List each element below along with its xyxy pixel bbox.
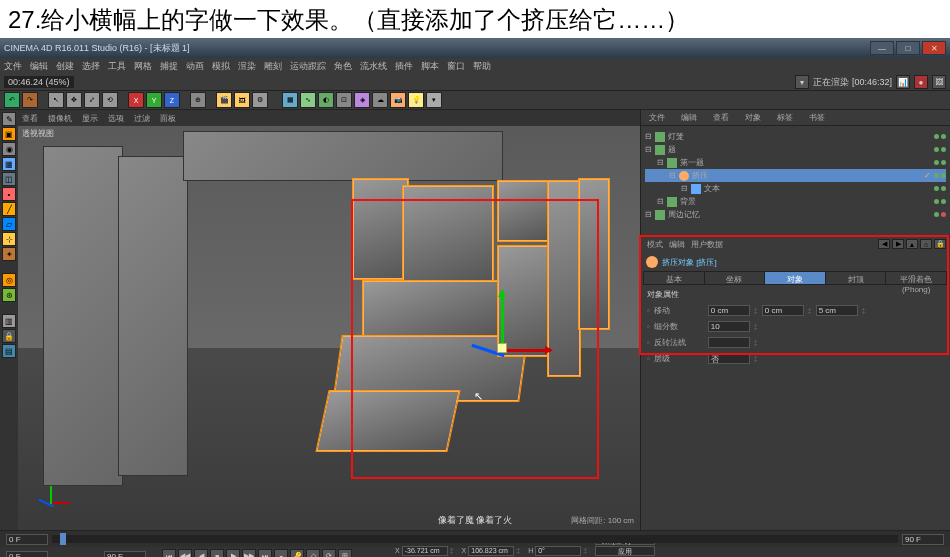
subtab-object[interactable]: 对象 (765, 272, 826, 284)
op-tab-bookmark[interactable]: 书签 (801, 110, 833, 125)
playback-button-4[interactable]: ▶ (226, 549, 240, 557)
axis-y-toggle[interactable]: Y (146, 92, 162, 108)
menu-sim[interactable]: 模拟 (212, 60, 230, 73)
render-pv-button[interactable]: 🖼 (234, 92, 250, 108)
undo-button[interactable]: ↶ (4, 92, 20, 108)
vp-display[interactable]: 显示 (82, 113, 98, 124)
environment-button[interactable]: ☁ (372, 92, 388, 108)
info-icon-1[interactable]: 📊 (896, 75, 910, 89)
tl-start[interactable]: 0 F (6, 534, 48, 545)
attr-up[interactable]: ▲ (906, 239, 918, 249)
menu-mesh[interactable]: 网格 (134, 60, 152, 73)
tl-cur[interactable]: 0 F (6, 551, 48, 558)
layout-dropdown[interactable]: ▾ (795, 75, 809, 89)
minimize-button[interactable]: — (870, 41, 894, 55)
playback-button-8[interactable]: 🔑 (290, 549, 304, 557)
timeline-playhead[interactable] (60, 533, 66, 545)
menu-render[interactable]: 渲染 (238, 60, 256, 73)
subtab-caps[interactable]: 封顶 (826, 272, 887, 284)
tree-row[interactable]: ⊟灯笼 (645, 130, 946, 143)
workplane-button[interactable]: ▥ (2, 314, 16, 328)
attr-field[interactable]: 10 (708, 321, 750, 332)
vp-view[interactable]: 查看 (22, 113, 38, 124)
coord-field[interactable]: -36.721 cm (402, 546, 448, 556)
tweak-mode[interactable]: ✦ (2, 247, 16, 261)
menu-help[interactable]: 帮助 (473, 60, 491, 73)
playback-button-2[interactable]: ◀ (194, 549, 208, 557)
playback-button-1[interactable]: ◀◀ (178, 549, 192, 557)
model-mode[interactable]: ▣ (2, 127, 16, 141)
attr-lock[interactable]: 🔒 (934, 239, 946, 249)
texture-mode[interactable]: ▦ (2, 157, 16, 171)
cube-primitive[interactable]: ▦ (282, 92, 298, 108)
generator-button[interactable]: ⊡ (336, 92, 352, 108)
playback-button-3[interactable]: ■ (210, 549, 224, 557)
tree-row[interactable]: ⊟文本 (645, 182, 946, 195)
edge-mode[interactable]: ╱ (2, 202, 16, 216)
vp-filter[interactable]: 过滤 (134, 113, 150, 124)
maximize-button[interactable]: □ (896, 41, 920, 55)
menu-script[interactable]: 脚本 (421, 60, 439, 73)
attr-field[interactable]: 5 cm (816, 305, 858, 316)
menu-select[interactable]: 选择 (82, 60, 100, 73)
vp-panel[interactable]: 面板 (160, 113, 176, 124)
axis-z-toggle[interactable]: Z (164, 92, 180, 108)
picture-viewer-icon[interactable]: 🖼 (932, 75, 946, 89)
select-tool[interactable]: ↖ (48, 92, 64, 108)
make-editable-button[interactable]: ✎ (2, 112, 16, 126)
subtab-basic[interactable]: 基本 (644, 272, 705, 284)
timeline-track[interactable] (52, 535, 898, 543)
op-tab-edit[interactable]: 编辑 (673, 110, 705, 125)
light-button[interactable]: 💡 (408, 92, 424, 108)
attr-back[interactable]: ◀ (878, 239, 890, 249)
menu-snap[interactable]: 捕捉 (160, 60, 178, 73)
render-settings-button[interactable]: ⚙ (252, 92, 268, 108)
planar-workplane[interactable]: ▤ (2, 344, 16, 358)
vp-camera[interactable]: 摄像机 (48, 113, 72, 124)
menu-sculpt[interactable]: 雕刻 (264, 60, 282, 73)
scale-tool[interactable]: ⤢ (84, 92, 100, 108)
subtab-coord[interactable]: 坐标 (705, 272, 766, 284)
attr-edit[interactable]: 编辑 (669, 239, 685, 253)
menu-tools[interactable]: 工具 (108, 60, 126, 73)
move-tool[interactable]: ✥ (66, 92, 82, 108)
object-manager[interactable]: ⊟灯笼⊟题⊟第一题⊟挤压✓⊟文本⊟背景⊟周边记忆 (641, 126, 950, 236)
viewport[interactable]: 透视视图 ↖ 网格间距: 100 cm (18, 126, 640, 530)
vp-options[interactable]: 选项 (108, 113, 124, 124)
menu-edit[interactable]: 编辑 (30, 60, 48, 73)
coord-field[interactable]: 0° (535, 546, 581, 556)
tree-row[interactable]: ⊟题 (645, 143, 946, 156)
menu-create[interactable]: 创建 (56, 60, 74, 73)
attr-fwd[interactable]: ▶ (892, 239, 904, 249)
snap-settings[interactable]: ⊛ (2, 288, 16, 302)
op-tab-file[interactable]: 文件 (641, 110, 673, 125)
tree-row[interactable]: ⊟挤压✓ (645, 169, 946, 182)
polygon-mode[interactable]: ▱ (2, 217, 16, 231)
spline-primitive[interactable]: ∿ (300, 92, 316, 108)
playback-button-9[interactable]: ◇ (306, 549, 320, 557)
deformer-button[interactable]: ◈ (354, 92, 370, 108)
playback-button-10[interactable]: ⟳ (322, 549, 336, 557)
attr-home[interactable]: ⌂ (920, 239, 932, 249)
camera-button[interactable]: 📷 (390, 92, 406, 108)
redo-button[interactable]: ↷ (22, 92, 38, 108)
coord-field[interactable]: 106.823 cm (468, 546, 514, 556)
tree-row[interactable]: ⊟背景 (645, 195, 946, 208)
tree-row[interactable]: ⊟周边记忆 (645, 208, 946, 221)
close-button[interactable]: ✕ (922, 41, 946, 55)
record-icon[interactable]: ● (914, 75, 928, 89)
attr-mode[interactable]: 模式 (647, 239, 663, 253)
tree-row[interactable]: ⊟第一题 (645, 156, 946, 169)
menu-pipe[interactable]: 流水线 (360, 60, 387, 73)
op-tab-tag[interactable]: 标签 (769, 110, 801, 125)
menu-file[interactable]: 文件 (4, 60, 22, 73)
misc-button[interactable]: ▾ (426, 92, 442, 108)
playback-button-6[interactable]: ⏭ (258, 549, 272, 557)
op-tab-view[interactable]: 查看 (705, 110, 737, 125)
attr-field[interactable]: 否 (708, 353, 750, 364)
nurbs-button[interactable]: ◐ (318, 92, 334, 108)
menu-plugin[interactable]: 插件 (395, 60, 413, 73)
attr-userdata[interactable]: 用户数据 (691, 239, 723, 253)
playback-button-5[interactable]: ▶▶ (242, 549, 256, 557)
render-button[interactable]: 🎬 (216, 92, 232, 108)
